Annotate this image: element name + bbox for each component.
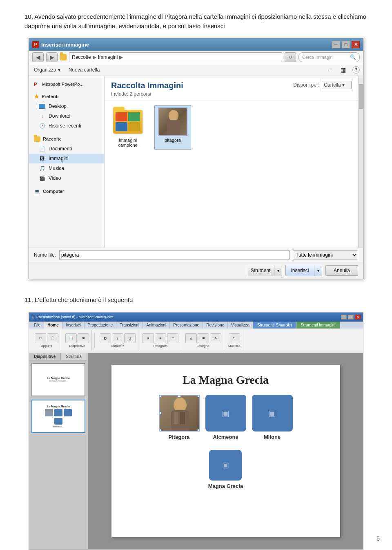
- ppt-titlebar: ⊞ Presentazione (stand.d) - Microsoft Po…: [29, 313, 363, 322]
- scrollbar-thumb[interactable]: [359, 84, 363, 109]
- handle-tl[interactable]: [159, 395, 161, 397]
- titlebar-left: P Inserisci immagine: [32, 41, 89, 48]
- magna-grecia-box[interactable]: ▣: [209, 450, 242, 481]
- slide-bottom-card: ▣ Magna Grecia: [208, 450, 243, 489]
- ribbon-bullets[interactable]: ☰: [167, 333, 178, 343]
- slide-thumb-1[interactable]: La Magna Grecia Immagini incorpore...: [31, 363, 85, 396]
- handle-tr[interactable]: [197, 395, 200, 397]
- filetype-select[interactable]: Tutte le immagini: [293, 250, 358, 259]
- sidebar-item-desktop[interactable]: Desktop: [29, 101, 104, 111]
- sidebar-item-video[interactable]: 🎬 Video: [29, 173, 104, 183]
- thumb2-bottom-box: [54, 418, 62, 425]
- handle-bl[interactable]: [159, 429, 161, 432]
- scrollbar[interactable]: [358, 76, 363, 248]
- inserisci-arrow-button[interactable]: ▾: [314, 265, 322, 276]
- filename-input[interactable]: [59, 250, 290, 259]
- ppt-tab-presentazione[interactable]: Presentazione: [170, 322, 203, 329]
- slide-tab-diapositive[interactable]: Diapositive: [29, 353, 61, 360]
- strumenti-arrow[interactable]: ▾: [274, 265, 282, 276]
- back-button[interactable]: ◀: [32, 52, 44, 62]
- powerpoint-screenshot: ⊞ Presentazione (stand.d) - Microsoft Po…: [29, 312, 363, 550]
- sort-value: Cartella: [324, 82, 341, 88]
- sidebar-item-immagini[interactable]: 🖼 Immagini: [29, 154, 104, 163]
- ppt-maximize[interactable]: □: [348, 315, 354, 320]
- ppt-tab-inserisci[interactable]: Inserisci: [62, 322, 85, 329]
- thumb2-box2: [64, 409, 72, 416]
- strumenti-button[interactable]: Strumenti ▾: [248, 265, 282, 276]
- help-button[interactable]: ?: [352, 66, 360, 74]
- pitagora-svg: [159, 107, 187, 136]
- ribbon-forme[interactable]: △: [185, 333, 197, 343]
- ppt-tab-smartart[interactable]: Strumenti SmartArt: [253, 322, 296, 329]
- organize-button[interactable]: Organizza ▾: [32, 66, 62, 74]
- handle-top[interactable]: [178, 395, 181, 397]
- inserisci-main-button[interactable]: Inserisci: [286, 265, 314, 276]
- ribbon-disponi[interactable]: ⊞: [198, 333, 209, 343]
- ribbon-seleziona[interactable]: ⊡: [229, 333, 240, 343]
- sidebar-raccolte-label: Raccolte: [43, 136, 62, 141]
- refresh-button[interactable]: ↺: [285, 52, 296, 62]
- ribbon-bold[interactable]: B: [100, 333, 111, 343]
- ribbon-layout[interactable]: ⊞: [78, 333, 89, 343]
- file-item-immagini-campione[interactable]: Immagini campione: [109, 105, 146, 150]
- milone-name: Milone: [264, 434, 281, 440]
- slide-alcmeone[interactable]: ▣ Alcmeone: [205, 395, 246, 440]
- slide-thumb-container-1: 1 La Magna Grecia Immagini incorpore...: [31, 363, 85, 396]
- pitagora-image: [158, 107, 187, 136]
- ppt-tab-revisione[interactable]: Revisione: [203, 322, 228, 329]
- slide-thumb-2[interactable]: La Magna Grecia Inserisci...: [31, 400, 85, 433]
- slide-milone[interactable]: ▣ Milone: [252, 395, 293, 440]
- handle-br[interactable]: [197, 429, 200, 432]
- ppt-minimize[interactable]: ─: [341, 315, 347, 320]
- thumb2-box1: [54, 409, 62, 416]
- ribbon-nuova-diap[interactable]: 📑: [65, 333, 77, 343]
- inserisci-split-button[interactable]: Inserisci ▾: [285, 265, 322, 276]
- view-list-button[interactable]: ≡: [327, 66, 334, 74]
- address-bar[interactable]: Raccolte ▶ Immagini ▶: [69, 52, 282, 62]
- view-details-button[interactable]: ▦: [339, 66, 347, 74]
- ribbon-underline[interactable]: U: [124, 333, 136, 343]
- close-button[interactable]: ✕: [352, 41, 360, 48]
- annulla-button[interactable]: Annulla: [325, 265, 358, 276]
- minimize-button[interactable]: ─: [332, 41, 340, 48]
- file-item-pitagora[interactable]: pitagora: [154, 105, 191, 150]
- ribbon-copia[interactable]: 📋: [47, 333, 58, 343]
- sidebar-item-recent[interactable]: 🕐 Risorse recenti: [29, 121, 104, 131]
- maximize-button[interactable]: □: [342, 41, 350, 48]
- ppt-slide-main[interactable]: La Magna Grecia: [111, 365, 340, 537]
- dialog-title-icon: P: [32, 41, 39, 48]
- sidebar-item-microsoft[interactable]: P Microsoft PowerPo...: [29, 79, 104, 89]
- ppt-title-icons: ⊞ Presentazione (stand.d) - Microsoft Po…: [31, 315, 114, 319]
- search-box[interactable]: Cerca Immagini 🔍: [298, 52, 360, 62]
- slide-tab-struttura[interactable]: Struttura: [61, 353, 87, 360]
- ppt-tab-immagini[interactable]: Strumenti immagini: [296, 322, 340, 329]
- slide-pitagora[interactable]: Pitagora: [159, 395, 200, 440]
- ppt-tab-transizioni[interactable]: Transizioni: [116, 322, 143, 329]
- ppt-tab-animazioni[interactable]: Animazioni: [143, 322, 170, 329]
- ribbon-taglia[interactable]: ✂: [35, 333, 46, 343]
- thumb1-title: La Magna Grecia: [47, 377, 70, 380]
- sidebar-microsoft-label: Microsoft PowerPo...: [42, 82, 83, 87]
- sidebar-item-documenti[interactable]: 📄 Documenti: [29, 144, 104, 154]
- ppt-slides-panel: 1 La Magna Grecia Immagini incorpore... …: [29, 360, 88, 436]
- dialog-titlebar: P Inserisci immagine ─ □ ✕: [29, 38, 363, 51]
- ribbon-italic[interactable]: I: [112, 333, 123, 343]
- sort-dropdown[interactable]: Cartella ▾: [322, 81, 352, 89]
- ppt-tab-file[interactable]: File: [31, 322, 44, 329]
- handle-left[interactable]: [159, 411, 161, 415]
- ribbon-align-center[interactable]: ≡: [155, 333, 166, 343]
- ribbon-align-left[interactable]: ≡: [143, 333, 154, 343]
- ppt-tab-home[interactable]: Home: [44, 322, 62, 329]
- ppt-close[interactable]: ✕: [355, 315, 361, 320]
- strumenti-main[interactable]: Strumenti: [248, 265, 274, 276]
- sidebar-item-musica[interactable]: 🎵 Musica: [29, 163, 104, 173]
- ppt-tab-progettazione[interactable]: Progettazione: [85, 322, 117, 329]
- slide-tabs-row: Diapositive Struttura: [29, 353, 88, 360]
- ppt-window-controls: ─ □ ✕: [341, 315, 361, 320]
- ppt-tab-visualizza[interactable]: Visualizza: [228, 322, 253, 329]
- sidebar-item-download[interactable]: ↓ Download: [29, 111, 104, 121]
- ribbon-stili[interactable]: A: [210, 333, 221, 343]
- new-folder-button[interactable]: Nuova cartella: [67, 66, 102, 74]
- page-number: 5: [376, 535, 380, 542]
- forward-button[interactable]: ▶: [46, 52, 58, 62]
